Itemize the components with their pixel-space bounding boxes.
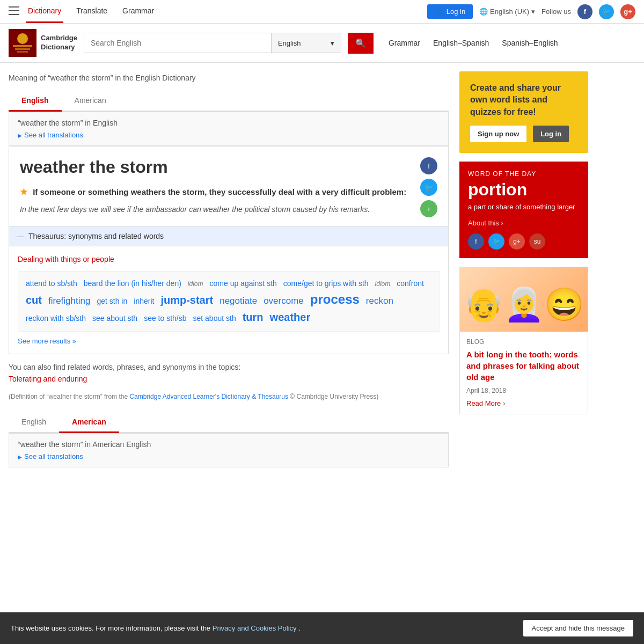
site-logo[interactable]: Cambridge Dictionary bbox=[9, 29, 77, 57]
facebook-icon[interactable]: f bbox=[577, 4, 592, 19]
svg-rect-5 bbox=[13, 45, 32, 47]
svg-rect-7 bbox=[17, 51, 28, 53]
thesaurus-word[interactable]: weather bbox=[270, 311, 311, 324]
twitter-icon[interactable]: 🐦 bbox=[599, 4, 614, 19]
thesaurus-word[interactable]: come/get to grips with sth bbox=[283, 279, 369, 288]
blog-date: April 18, 2018 bbox=[466, 387, 581, 394]
collapse-icon bbox=[17, 232, 24, 240]
svg-rect-2 bbox=[9, 14, 19, 15]
american-section: English American “weather the storm” in … bbox=[9, 412, 449, 467]
search-button[interactable]: 🔍 bbox=[348, 33, 374, 54]
read-more-link[interactable]: Read More › bbox=[466, 399, 505, 407]
see-more-link[interactable]: See more results » bbox=[18, 337, 76, 345]
googleplus-icon[interactable]: g+ bbox=[620, 4, 635, 19]
attribution: (Definition of “weather the storm” from … bbox=[9, 392, 449, 401]
blog-title[interactable]: A bit long in the tooth: words and phras… bbox=[466, 349, 581, 383]
language-tabs: English American bbox=[9, 91, 449, 112]
blog-label: Blog bbox=[466, 338, 581, 346]
user-icon: 👤 bbox=[435, 8, 443, 16]
share-twitter-button[interactable]: 🐦 bbox=[420, 179, 437, 196]
thesaurus-word[interactable]: see about sth bbox=[92, 314, 137, 323]
thesaurus-word[interactable]: attend to sb/sth bbox=[26, 279, 77, 288]
dealing-link[interactable]: Dealing with things or people bbox=[18, 255, 440, 264]
wod-twitter-icon[interactable]: 🐦 bbox=[488, 233, 504, 250]
blog-image: 👴👩‍🦳😄 bbox=[460, 267, 588, 332]
share-icons: f 🐦 + bbox=[420, 157, 437, 217]
svg-rect-0 bbox=[9, 6, 19, 8]
thesaurus-word[interactable]: get sth in bbox=[97, 297, 127, 305]
word-of-day-word[interactable]: portion bbox=[468, 180, 580, 200]
thesaurus-word[interactable]: see to sth/sb bbox=[144, 314, 186, 323]
thesaurus-body: Dealing with things or people attend to … bbox=[9, 246, 449, 354]
search-input[interactable] bbox=[84, 33, 271, 53]
idiom-tag: idiom bbox=[188, 280, 203, 288]
top-nav: Dictionary Translate Grammar 👤 Log in 🌐 … bbox=[0, 0, 644, 24]
main-nav: Dictionary Translate Grammar bbox=[26, 0, 156, 23]
wod-googleplus-icon[interactable]: g+ bbox=[509, 233, 525, 250]
thesaurus-word[interactable]: inherit bbox=[134, 297, 154, 305]
thesaurus-word[interactable]: firefighting bbox=[48, 296, 90, 306]
search-bar: Cambridge Dictionary English ▾ 🔍 Grammar… bbox=[0, 24, 644, 63]
page-title: Meaning of “weather the storm” in the En… bbox=[9, 74, 449, 82]
main-container: Meaning of “weather the storm” in the En… bbox=[0, 63, 644, 478]
dropdown-arrow: ▾ bbox=[331, 39, 334, 47]
thesaurus-word[interactable]: reckon bbox=[366, 296, 393, 306]
star-icon: ★ bbox=[20, 187, 27, 196]
share-facebook-button[interactable]: f bbox=[420, 157, 437, 174]
thesaurus-word[interactable]: turn bbox=[243, 311, 264, 324]
nav-grammar[interactable]: Grammar bbox=[120, 0, 156, 23]
thesaurus-word[interactable]: process bbox=[310, 292, 360, 307]
top-login-button[interactable]: 👤 Log in bbox=[427, 4, 473, 19]
thesaurus-title: Thesaurus: synonyms and related words bbox=[28, 232, 164, 240]
tab-american[interactable]: American bbox=[62, 91, 119, 112]
thesaurus-words: attend to sb/sth beard the lion (in his/… bbox=[18, 271, 440, 332]
svg-rect-1 bbox=[9, 10, 19, 11]
definition-card: f 🐦 + weather the storm ★ If someone or … bbox=[9, 146, 449, 226]
tab-english[interactable]: English bbox=[9, 91, 62, 112]
content-area: Meaning of “weather the storm” in the En… bbox=[9, 63, 449, 478]
nav-grammar-link[interactable]: Grammar bbox=[389, 39, 420, 47]
hamburger-icon[interactable] bbox=[9, 6, 19, 17]
american-entry-label: “weather the storm” in American English bbox=[18, 440, 440, 449]
word-of-day-about-link[interactable]: About this › bbox=[468, 219, 503, 227]
svg-rect-6 bbox=[15, 48, 30, 50]
svg-point-4 bbox=[17, 33, 28, 44]
thesaurus-word[interactable]: jump-start bbox=[160, 294, 213, 306]
wod-facebook-icon[interactable]: f bbox=[468, 233, 484, 250]
follow-us-label: Follow us bbox=[541, 8, 571, 16]
thesaurus-word[interactable]: reckon with sb/sth bbox=[26, 314, 86, 323]
example-sentence: In the next few days we will see if the … bbox=[20, 204, 437, 215]
blog-content: Blog A bit long in the tooth: words and … bbox=[460, 332, 588, 414]
thesaurus-word[interactable]: beard the lion (in his/her den) bbox=[84, 279, 181, 288]
tab2-american[interactable]: American bbox=[59, 412, 119, 433]
related-topic-link[interactable]: Tolerating and enduring bbox=[9, 375, 87, 383]
wod-social-icons: f 🐦 g+ su bbox=[468, 233, 580, 250]
nav-spanish-english[interactable]: Spanish–English bbox=[502, 39, 558, 47]
thesaurus-word[interactable]: set about sth bbox=[193, 314, 236, 323]
share-add-button[interactable]: + bbox=[420, 200, 437, 217]
nav-translate[interactable]: Translate bbox=[74, 0, 109, 23]
globe-icon: 🌐 bbox=[479, 8, 488, 16]
see-all-translations-link[interactable]: See all translations bbox=[18, 131, 83, 139]
thesaurus-word[interactable]: negotiate bbox=[219, 296, 257, 306]
entry-box: “weather the storm” in English See all t… bbox=[9, 112, 449, 146]
dictionary-link[interactable]: Cambridge Advanced Learner's Dictionary … bbox=[129, 393, 288, 400]
thesaurus-word[interactable]: cut bbox=[26, 294, 42, 306]
tab2-english[interactable]: English bbox=[9, 412, 59, 433]
american-see-all-link[interactable]: See all translations bbox=[18, 452, 83, 460]
sidebar-login-button[interactable]: Log in bbox=[533, 126, 569, 142]
entry-label: “weather the storm” in English bbox=[18, 119, 440, 127]
thesaurus-header[interactable]: Thesaurus: synonyms and related words bbox=[9, 226, 449, 246]
signup-button[interactable]: Sign up now bbox=[470, 126, 526, 142]
arrow-right-icon2 bbox=[18, 452, 22, 460]
thesaurus-word[interactable]: come up against sth bbox=[210, 279, 277, 288]
sidebar-promo: Create and share your own word lists and… bbox=[459, 71, 588, 153]
related-text: You can also find related words, phrases… bbox=[9, 363, 449, 371]
wod-stumble-icon[interactable]: su bbox=[529, 233, 545, 250]
nav-english-spanish[interactable]: English–Spanish bbox=[433, 39, 489, 47]
thesaurus-word[interactable]: confront bbox=[397, 279, 424, 288]
thesaurus-word[interactable]: overcome bbox=[264, 296, 304, 306]
nav-dictionary[interactable]: Dictionary bbox=[26, 0, 63, 23]
language-dropdown[interactable]: English ▾ bbox=[271, 33, 341, 53]
language-selector[interactable]: 🌐 English (UK) ▾ bbox=[479, 8, 535, 16]
